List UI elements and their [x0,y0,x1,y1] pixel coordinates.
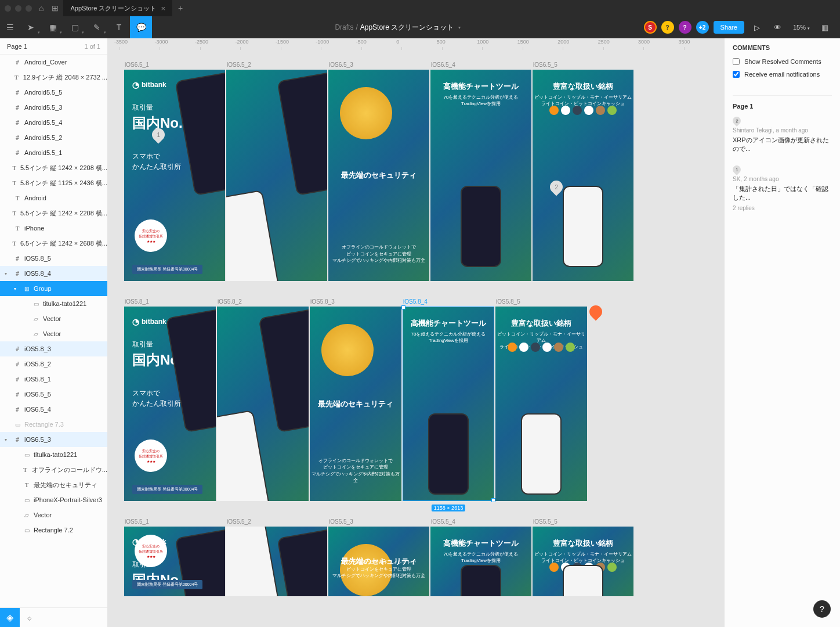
artboard[interactable] [217,307,309,501]
move-tool[interactable]: ➤▾ [20,16,42,38]
layer-item[interactable]: titulka-tato1221 [0,296,107,311]
avatar-help[interactable]: ? [661,21,674,34]
titlebar-icons[interactable]: ⌂ ⊞ [39,3,59,13]
frame-label[interactable]: iOS6.5_4 [430,62,531,68]
artboard[interactable]: 高機能チャートツール70を超えるテクニカル分析が使えるTradingViewを採… [403,307,494,501]
layer-item[interactable]: Rectangle 7.3 [0,417,107,432]
layer-item[interactable]: ▾iOS6.5_3 [0,432,107,447]
frame-label[interactable]: iOS5.5_3 [328,518,429,525]
layers-tab-icon[interactable]: ◈ [0,608,20,628]
layer-item[interactable]: ▾iOS5.8_4 [0,266,107,281]
layer-item[interactable]: iOS5.8_1 [0,372,107,387]
frame[interactable]: iOS5.5_4高機能チャートツール70を超えるテクニカル分析が使えるTradi… [430,518,531,596]
layer-item[interactable]: Vector [0,507,107,522]
frame-label[interactable]: iOS5.8_2 [217,298,309,305]
present-icon[interactable]: ▷ [749,23,765,32]
frame-label[interactable]: iOS6.5_5 [533,62,633,68]
pages-header[interactable]: Page 1 1 of 1 [0,38,107,55]
share-button[interactable]: Share [714,21,744,34]
comment-item[interactable]: 1SK, 2 months ago「集計された日」ではなく「確認した...2 r… [733,165,832,211]
frame[interactable]: iOS5.5_1bitbank取引量国内No.1スマホで かんたん取引所安心安全… [124,518,225,596]
frame-label[interactable]: iOS5.5_1 [124,518,225,525]
email-notif-checkbox[interactable]: Receive email notifications [733,71,832,78]
frame[interactable]: iOS6.5_3最先端のセキュリティオフラインのコールドウォレットでビットコイン… [328,62,429,281]
layer-item[interactable]: iOS6.5_5 [0,387,107,402]
layer-item[interactable]: iPhone [0,221,107,236]
frame-label[interactable]: iOS6.5_1 [124,62,225,68]
show-resolved-checkbox[interactable]: Show Resolved Comments [733,58,832,65]
assets-tab-icon[interactable]: ⬦ [20,608,39,628]
frame[interactable]: iOS5.8_1bitbank取引量国内No.1スマホで かんたん取引所安心安全… [124,298,216,501]
text-tool[interactable]: T [108,16,130,38]
artboard[interactable]: 豊富な取扱い銘柄ビットコイン・リップル・モナ・イーサリアムライトコイン・ビットコ… [495,307,587,501]
artboard[interactable]: 豊富な取扱い銘柄ビットコイン・リップル・モナ・イーサリアムライトコイン・ビットコ… [533,527,633,596]
window-controls[interactable] [5,5,32,12]
layer-item[interactable]: iOS5.8_2 [0,356,107,372]
layer-item[interactable]: Android_Cover [0,55,107,70]
layer-item[interactable]: 5.5インチ 縦 1242 × 2208 横... [0,206,107,221]
grid-icon[interactable]: ⊞ [52,3,59,13]
artboard[interactable]: 豊富な取扱い銘柄ビットコイン・リップル・モナ・イーサリアムライトコイン・ビットコ… [533,70,633,281]
comment-tool[interactable]: 💬 [130,16,152,38]
view-icon[interactable]: 👁 [770,23,786,32]
layer-item[interactable]: Vector [0,326,107,341]
layer-item[interactable]: Android5.5_5 [0,85,107,100]
layer-item[interactable]: Android5.5_1 [0,145,107,160]
book-icon[interactable]: ▥ [817,23,833,32]
pen-tool[interactable]: ✎▾ [86,16,108,38]
avatar-user-p[interactable]: ? [679,21,691,34]
layer-item[interactable]: 12.9インチ 縦 2048 × 2732 ... [0,70,107,85]
home-icon[interactable]: ⌂ [39,3,44,13]
frame-label[interactable]: iOS5.5_4 [430,518,531,525]
artboard[interactable]: 高機能チャートツール70を超えるテクニカル分析が使えるTradingViewを採… [430,527,531,596]
frame[interactable]: iOS5.8_3最先端のセキュリティオフラインのコールドウォレットでビットコイン… [310,298,401,501]
artboard[interactable]: 最先端のセキュリティオフラインのコールドウォレットでビットコインをセキュアに管理… [328,70,429,281]
zoom-level[interactable]: 15% ▾ [791,24,812,31]
breadcrumb[interactable]: Drafts / AppStore スクリーンショット ▾ [152,23,644,33]
frame[interactable]: iOS6.5_4高機能チャートツール70を超えるテクニカル分析が使えるTradi… [430,62,531,281]
avatar-more[interactable]: +2 [696,21,709,34]
frame[interactable]: iOS5.5_3最先端のセキュリティオフラインのコールドウォレットでビットコイン… [328,518,429,596]
layer-item[interactable]: iOS6.5_4 [0,402,107,417]
shape-tool[interactable]: ▢▾ [64,16,86,38]
breadcrumb-root[interactable]: Drafts [335,23,353,31]
frame-label[interactable]: iOS5.8_4 [403,298,494,305]
layer-item[interactable]: 5.5インチ 縦 1242 × 2208 横... [0,160,107,175]
canvas[interactable]: iOS6.5_1bitbank取引量国内No.1スマホで かんたん取引所安心安全… [108,38,724,627]
artboard[interactable]: bitbank取引量国内No.1スマホで かんたん取引所安心安全の仮想通貨取引所… [124,307,216,501]
layer-item[interactable]: 6.5インチ 縦 1242 × 2688 横... [0,236,107,251]
frame-label[interactable]: iOS5.8_1 [124,298,216,305]
layer-item[interactable]: Android5.5_2 [0,130,107,145]
hamburger-menu[interactable]: ☰ [0,16,20,38]
canvas-viewport[interactable]: iOS6.5_1bitbank取引量国内No.1スマホで かんたん取引所安心安全… [108,50,724,627]
layer-item[interactable]: Android5.5_3 [0,100,107,115]
layer-item[interactable]: オフラインのコールドウ... [0,462,107,477]
layer-item[interactable]: Rectangle 7.2 [0,522,107,538]
tab-active[interactable]: AppStore スクリーンショット × [63,0,172,16]
frame[interactable]: iOS5.8_2 [217,298,309,501]
avatar-user-s[interactable]: S [644,21,657,34]
artboard[interactable] [226,527,327,596]
layer-item[interactable]: 最先端のセキュリティ [0,477,107,492]
frame[interactable]: iOS5.8_5豊富な取扱い銘柄ビットコイン・リップル・モナ・イーサリアムライト… [495,298,587,501]
frame[interactable]: iOS6.5_1bitbank取引量国内No.1スマホで かんたん取引所安心安全… [124,62,225,281]
frame-label[interactable]: iOS6.5_2 [226,62,327,68]
layer-item[interactable]: Android [0,190,107,206]
artboard[interactable] [226,70,327,281]
new-tab-button[interactable]: + [172,3,189,13]
layer-item[interactable]: ▾Group [0,281,107,296]
artboard[interactable]: 高機能チャートツール70を超えるテクニカル分析が使えるTradingViewを採… [430,70,531,281]
artboard[interactable]: 最先端のセキュリティオフラインのコールドウォレットでビットコインをセキュアに管理… [310,307,401,501]
breadcrumb-doc[interactable]: AppStore スクリーンショット [360,23,454,33]
help-button[interactable]: ? [813,600,831,618]
layer-item[interactable]: Vector [0,311,107,326]
frame-label[interactable]: iOS5.5_5 [533,518,633,525]
frame[interactable]: iOS6.5_2 [226,62,327,281]
frame[interactable]: iOS5.5_2 [226,518,327,596]
layer-item[interactable]: titulka-tato1221 [0,447,107,462]
frame[interactable]: iOS5.5_5豊富な取扱い銘柄ビットコイン・リップル・モナ・イーサリアムライト… [533,518,633,596]
chevron-down-icon[interactable]: ▾ [458,25,461,30]
comment-item[interactable]: 2Shintaro Tekagi, a month agoXRPのアイコン画像が… [733,117,832,154]
layer-item[interactable]: 5.8インチ 縦 1125 × 2436 横... [0,175,107,190]
frame-tool[interactable]: ▦▾ [42,16,64,38]
